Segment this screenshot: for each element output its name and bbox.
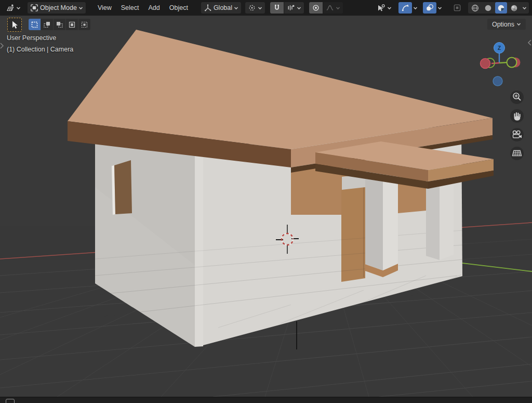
snap-magnet-icon xyxy=(273,4,281,12)
menu-view[interactable]: View xyxy=(93,2,116,14)
viewport-header: Object Mode View Select Add Object Globa… xyxy=(0,0,532,16)
pillar-2-front xyxy=(440,184,454,260)
cursor-select-icon xyxy=(10,20,19,29)
select-mode-intersect-button[interactable] xyxy=(78,19,90,30)
viewport-3d[interactable]: Z xyxy=(0,16,532,397)
overlays-icon xyxy=(425,4,434,12)
gizmo-arrow-icon xyxy=(401,4,409,12)
options-button[interactable]: Options xyxy=(487,19,526,30)
chevron-down-icon xyxy=(516,22,521,26)
toolbar-toggle-arrow[interactable] xyxy=(0,42,4,50)
select-mode-invert-button[interactable] xyxy=(66,19,78,30)
menu-object[interactable]: Object xyxy=(165,2,193,14)
shading-rendered-button[interactable] xyxy=(508,2,520,14)
shading-material-preview-button[interactable] xyxy=(495,2,507,14)
gizmo-axis-z-label: Z xyxy=(498,45,501,51)
gizmo-dropdown[interactable] xyxy=(412,2,419,14)
pillar-1-side xyxy=(365,179,383,270)
pan-button[interactable] xyxy=(510,109,524,123)
select-mode-set-button[interactable] xyxy=(29,19,41,30)
proportional-edit-cluster xyxy=(309,2,343,14)
shading-dropdown[interactable] xyxy=(521,2,528,14)
shading-rendered-icon xyxy=(510,4,518,12)
shading-mode-group xyxy=(468,2,529,14)
chevron-down-icon xyxy=(387,6,392,10)
select-mode-group xyxy=(29,19,90,30)
snap-settings-dropdown[interactable] xyxy=(284,2,304,14)
pillar-2-side xyxy=(426,187,440,260)
snap-toggle-button[interactable] xyxy=(270,2,284,14)
toggle-xray-button[interactable] xyxy=(450,2,464,14)
show-overlays-button[interactable] xyxy=(423,2,436,14)
show-gizmo-button[interactable] xyxy=(398,2,412,14)
active-collection-overlay: (1) Collection | Camera xyxy=(7,46,73,53)
window-opening xyxy=(114,160,132,214)
chevron-down-icon xyxy=(78,6,83,10)
blender-window: Z xyxy=(0,0,532,403)
pillar-1-front xyxy=(383,181,398,270)
sidebar-toggle-arrow[interactable] xyxy=(527,38,532,47)
pivot-point-dropdown[interactable] xyxy=(245,2,265,14)
proportional-editing-button[interactable] xyxy=(309,2,323,14)
orientation-label: Global xyxy=(214,4,232,11)
shading-wireframe-icon xyxy=(471,4,480,12)
select-mode-subtract-button[interactable] xyxy=(54,19,65,30)
camera-view-button[interactable] xyxy=(510,128,524,141)
object-visibility-dropdown[interactable] xyxy=(374,2,394,14)
editor-type-3d-viewport-icon xyxy=(6,4,15,12)
snapping-cluster xyxy=(270,2,304,14)
perspective-toggle-button[interactable] xyxy=(510,147,524,160)
chevron-down-icon xyxy=(258,6,262,10)
proportional-falloff-icon xyxy=(326,4,334,12)
view-name-overlay: User Perspective xyxy=(7,34,56,42)
zoom-button[interactable] xyxy=(510,90,524,104)
chevron-down-icon xyxy=(16,6,21,10)
shading-solid-icon xyxy=(484,4,493,12)
house-corner-strip xyxy=(195,147,203,347)
pivot-point-icon xyxy=(248,4,256,12)
gizmo-axis-y-ball[interactable] xyxy=(507,58,517,68)
chevron-down-icon xyxy=(437,6,442,10)
proportional-editing-icon xyxy=(312,4,320,12)
bottom-editor-header[interactable] xyxy=(0,397,532,403)
editor-type-button[interactable] xyxy=(3,2,23,14)
select-mode-extend-button[interactable] xyxy=(41,19,53,30)
options-label: Options xyxy=(492,21,514,28)
gizmo-axis-z-neg-ball[interactable] xyxy=(493,76,502,86)
chevron-down-icon xyxy=(413,6,418,10)
transform-orientation-dropdown[interactable]: Global xyxy=(201,2,241,14)
proportional-falloff-dropdown[interactable] xyxy=(323,2,343,14)
gizmo-axis-x-ball[interactable] xyxy=(481,59,490,69)
chevron-down-icon xyxy=(336,6,340,10)
mode-selector[interactable]: Object Mode xyxy=(28,2,86,14)
chevron-down-icon xyxy=(522,6,527,10)
xray-icon xyxy=(453,4,461,12)
chevron-down-icon xyxy=(297,6,301,10)
menu-select[interactable]: Select xyxy=(116,2,144,14)
active-tool-select-box-button[interactable] xyxy=(7,18,22,32)
show-object-types-icon xyxy=(377,4,385,12)
mode-label: Object Mode xyxy=(40,4,77,11)
overlays-dropdown[interactable] xyxy=(436,2,443,14)
shading-wireframe-button[interactable] xyxy=(469,2,481,14)
chevron-down-icon xyxy=(234,6,238,10)
header-right-cluster xyxy=(374,2,529,14)
shading-solid-button[interactable] xyxy=(482,2,494,14)
snap-target-icon xyxy=(287,4,295,12)
shading-material-preview-icon xyxy=(497,4,506,12)
transform-orientation-icon xyxy=(204,4,212,12)
object-mode-icon xyxy=(30,4,38,12)
menu-add[interactable]: Add xyxy=(144,2,165,14)
bottom-editor-icon xyxy=(6,399,15,403)
